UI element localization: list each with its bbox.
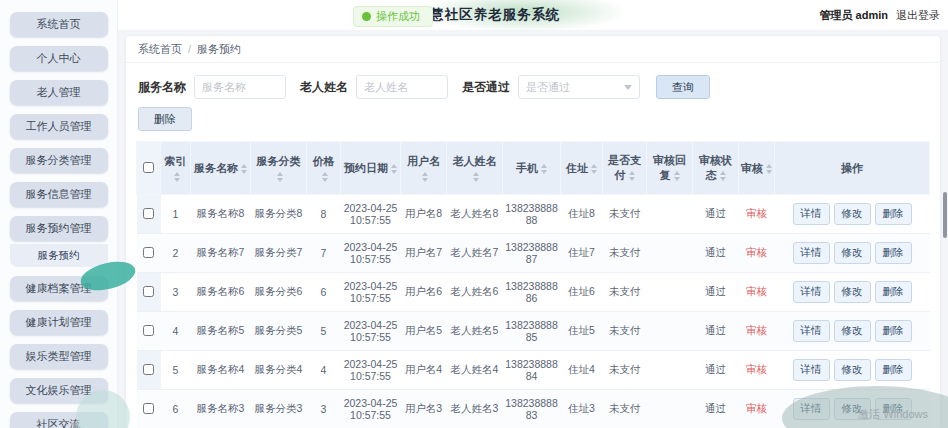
detail-button[interactable]: 详情 [793, 242, 830, 264]
review-link[interactable]: 审核 [746, 207, 767, 219]
sidebar-subitem[interactable]: 服务预约 [10, 244, 108, 267]
sort-icon[interactable] [629, 171, 635, 181]
column-header[interactable]: 审核状态 [693, 142, 739, 195]
cell-review_reply [647, 312, 693, 351]
delete-button[interactable]: 删除 [875, 320, 912, 342]
column-header[interactable]: 价格 [307, 142, 341, 195]
row-checkbox[interactable] [143, 364, 154, 375]
sort-icon[interactable] [422, 172, 428, 182]
row-select-cell [137, 312, 161, 351]
cell-operations: 详情修改删除 [775, 234, 930, 273]
cell-review_status: 通过 [693, 351, 739, 390]
sidebar-item[interactable]: 娱乐类型管理 [10, 344, 108, 369]
cell-phone: 13823888883 [503, 390, 561, 428]
column-header[interactable]: 老人姓名 [447, 142, 503, 195]
cell-date: 2023-04-25 10:57:55 [341, 312, 401, 351]
delete-button[interactable]: 删除 [875, 359, 912, 381]
sort-icon[interactable] [277, 172, 283, 182]
detail-button[interactable]: 详情 [793, 320, 830, 342]
sort-icon[interactable] [174, 172, 180, 182]
column-header[interactable]: 审核回复 [647, 142, 693, 195]
sidebar-item[interactable]: 服务预约管理 [10, 216, 108, 241]
column-header[interactable]: 服务分类 [251, 142, 307, 195]
bulk-delete-button[interactable]: 删除 [138, 107, 192, 131]
review-link[interactable]: 审核 [746, 324, 767, 336]
sidebar-item[interactable]: 老人管理 [10, 80, 108, 105]
review-link[interactable]: 审核 [746, 363, 767, 375]
select-all-checkbox[interactable] [143, 162, 154, 173]
cell-phone: 13823888886 [503, 273, 561, 312]
service-name-label: 服务名称 [138, 79, 186, 96]
is-passed-select[interactable]: 是否通过 [518, 75, 640, 99]
page-scrollbar[interactable] [943, 192, 947, 238]
cell-review_reply [647, 390, 693, 428]
sort-icon[interactable] [541, 164, 547, 174]
sort-icon[interactable] [674, 171, 680, 181]
cell-review: 审核 [739, 312, 775, 351]
sort-icon[interactable] [766, 164, 772, 174]
row-checkbox[interactable] [143, 325, 154, 336]
sort-icon[interactable] [241, 164, 247, 174]
cell-index: 2 [161, 234, 191, 273]
cell-elder_name: 老人姓名3 [447, 390, 503, 428]
row-checkbox[interactable] [143, 247, 154, 258]
cell-paid: 未支付 [603, 273, 647, 312]
elder-name-label: 老人姓名 [300, 79, 348, 96]
row-checkbox[interactable] [143, 286, 154, 297]
elder-name-input[interactable] [356, 75, 448, 99]
breadcrumb-home[interactable]: 系统首页 [138, 43, 182, 55]
edit-button[interactable]: 修改 [834, 242, 871, 264]
topbar: 智慧社区养老服务系统 管理员 admin退出登录 [118, 0, 948, 30]
edit-button[interactable]: 修改 [834, 359, 871, 381]
detail-button[interactable]: 详情 [793, 359, 830, 381]
service-name-input[interactable] [194, 75, 286, 99]
sort-icon[interactable] [322, 172, 328, 182]
review-link[interactable]: 审核 [746, 402, 767, 414]
search-button[interactable]: 查询 [656, 75, 710, 99]
row-select-cell [137, 351, 161, 390]
sidebar-item[interactable]: 服务分类管理 [10, 148, 108, 173]
sidebar-item[interactable]: 系统首页 [10, 12, 108, 37]
sidebar-item[interactable]: 个人中心 [10, 46, 108, 71]
cell-operations: 详情修改删除 [775, 273, 930, 312]
cell-paid: 未支付 [603, 312, 647, 351]
detail-button[interactable]: 详情 [793, 281, 830, 303]
sort-icon[interactable] [391, 164, 397, 174]
logout-link[interactable]: 退出登录 [896, 9, 940, 21]
sort-icon[interactable] [473, 172, 479, 182]
cell-service_name: 服务名称7 [191, 234, 251, 273]
delete-button[interactable]: 删除 [875, 281, 912, 303]
detail-button[interactable]: 详情 [793, 203, 830, 225]
success-toast: 操作成功 [353, 6, 433, 27]
row-checkbox[interactable] [143, 208, 154, 219]
delete-button[interactable]: 删除 [875, 242, 912, 264]
sidebar-item[interactable]: 服务信息管理 [10, 182, 108, 207]
sort-icon[interactable] [720, 171, 726, 181]
cell-index: 4 [161, 312, 191, 351]
edit-button[interactable]: 修改 [834, 203, 871, 225]
cell-review: 审核 [739, 273, 775, 312]
sidebar-item[interactable]: 健康计划管理 [10, 310, 108, 335]
column-header[interactable]: 手机 [503, 142, 561, 195]
windows-watermark: 激活 Windows [858, 407, 928, 422]
column-header[interactable]: 住址 [561, 142, 603, 195]
row-checkbox[interactable] [143, 403, 154, 414]
sort-icon[interactable] [591, 164, 597, 174]
cell-review_status: 通过 [693, 195, 739, 234]
edit-button[interactable]: 修改 [834, 320, 871, 342]
breadcrumb: 系统首页/服务预约 [126, 36, 940, 63]
delete-button[interactable]: 删除 [875, 203, 912, 225]
column-header[interactable]: 索引 [161, 142, 191, 195]
column-header[interactable]: 服务名称 [191, 142, 251, 195]
column-header[interactable]: 预约日期 [341, 142, 401, 195]
edit-button[interactable]: 修改 [834, 281, 871, 303]
cell-paid: 未支付 [603, 351, 647, 390]
column-header[interactable]: 审核 [739, 142, 775, 195]
column-header[interactable]: 是否支付 [603, 142, 647, 195]
sidebar-item[interactable]: 工作人员管理 [10, 114, 108, 139]
column-header[interactable]: 用户名 [401, 142, 447, 195]
table-body: 1服务名称8服务分类882023-04-25 10:57:55用户名8老人姓名8… [137, 195, 930, 428]
review-link[interactable]: 审核 [746, 285, 767, 297]
cell-phone: 13823888888 [503, 195, 561, 234]
review-link[interactable]: 审核 [746, 246, 767, 258]
